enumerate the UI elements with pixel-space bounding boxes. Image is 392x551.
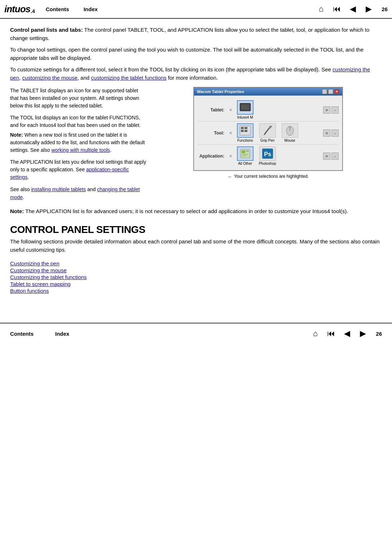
- see-also-label: See also: [10, 186, 31, 192]
- bottom-contents-link[interactable]: Contents: [10, 331, 34, 337]
- button-functions-link[interactable]: Button functions: [10, 288, 49, 294]
- app-right-side: > -: [323, 153, 339, 160]
- tool-grip-pen-box[interactable]: [259, 123, 276, 138]
- screenshot-titlebar: Wacom Tablet Properties _ □ ✕: [194, 88, 342, 96]
- tablet-right-side: > -: [323, 106, 339, 114]
- application-row: Application: <: [198, 145, 339, 167]
- nav-icons: ⌂ ⏮ ◀ ▶ 26: [314, 3, 388, 16]
- svg-rect-5: [241, 130, 244, 132]
- caption-arrow-icon: ←: [228, 174, 233, 180]
- tablet-list-text: The TABLET list displays an icon for any…: [10, 87, 147, 110]
- list-item: Tablet to screen mapping: [10, 281, 382, 287]
- tablet-row: Tablet: < Intuos4 M: [198, 98, 339, 122]
- caption-line: ← Your current selections are highlighte…: [228, 174, 309, 180]
- nav-links: Contents Index: [46, 6, 315, 12]
- app-list-end: .: [27, 174, 29, 180]
- note-label: Note:: [10, 132, 23, 138]
- tablet-screen-mapping-link[interactable]: Tablet to screen mapping: [10, 281, 71, 287]
- close-button[interactable]: ✕: [334, 89, 339, 94]
- note-block-label: Note:: [10, 208, 24, 214]
- app-right-arrow[interactable]: >: [323, 153, 330, 160]
- screenshot-caption: ← Your current selections are highlighte…: [228, 174, 309, 180]
- bottom-prev-page-button[interactable]: ◀: [340, 327, 353, 340]
- tool-right-arrow[interactable]: >: [323, 129, 330, 137]
- tablet-icon-label: Intuos4 M: [237, 115, 253, 119]
- para3-start: To customize settings for a different to…: [10, 66, 332, 72]
- app-minus-button[interactable]: -: [331, 153, 339, 160]
- logo-text: intuos: [4, 4, 30, 15]
- intro-section: Control panel lists and tabs: The contro…: [10, 26, 382, 82]
- control-panel-bold: Control panel lists and tabs:: [10, 27, 83, 33]
- bottom-index-link[interactable]: Index: [55, 331, 69, 337]
- bottom-nav-links: Contents Index: [10, 331, 69, 337]
- tablet-left-arrow[interactable]: <: [229, 107, 232, 113]
- first-page-button[interactable]: ⏮: [330, 3, 343, 16]
- app-photoshop-item: Ps Photoshop: [257, 146, 278, 166]
- bottom-next-page-button[interactable]: ▶: [356, 327, 369, 340]
- tablet-minus-button[interactable]: -: [331, 106, 339, 114]
- tablet-svg-icon: [239, 102, 252, 113]
- caption-text: Your current selections are highlighted.: [234, 174, 309, 179]
- tool-row: Tool: <: [198, 122, 339, 145]
- bottom-first-page-button[interactable]: ⏮: [325, 327, 338, 340]
- tool-list-text: The TOOL list displays an icon for the t…: [10, 114, 147, 129]
- grip-pen-label: Grip Pen: [260, 138, 274, 142]
- app-list-text: The APPLICATION list lets you define too…: [10, 158, 147, 181]
- list-item: Button functions: [10, 288, 382, 294]
- tablet-label: Tablet:: [198, 107, 226, 113]
- para2: To change tool settings, open the contro…: [10, 46, 382, 62]
- tablet-right-arrow[interactable]: >: [323, 106, 330, 114]
- app-icons: All Other Ps Photoshop: [235, 146, 278, 166]
- app-photoshop-box[interactable]: Ps: [259, 146, 276, 161]
- customizing-pen-section-link[interactable]: Customizing the pen: [10, 260, 60, 266]
- tool-list-block: The TOOL list displays an icon for the t…: [10, 114, 147, 154]
- svg-rect-3: [241, 127, 244, 129]
- tool-functions-item: Functions: [235, 123, 255, 142]
- photoshop-label: Photoshop: [259, 162, 276, 166]
- application-label: Application:: [198, 154, 226, 159]
- app-all-other-item: All Other: [235, 146, 255, 166]
- app-left-arrow[interactable]: <: [229, 153, 232, 159]
- main-content: Control panel lists and tabs: The contro…: [0, 19, 392, 308]
- customizing-mouse-section-link[interactable]: Customizing the mouse: [10, 267, 67, 273]
- list-item: Customizing the mouse: [10, 267, 382, 273]
- para3-mid2: , and: [78, 75, 91, 81]
- tool-grip-pen-item: Grip Pen: [257, 123, 278, 142]
- svg-rect-14: [242, 150, 245, 153]
- restore-button[interactable]: □: [328, 89, 333, 94]
- working-multiple-tools-link[interactable]: working with multiple tools: [51, 147, 110, 153]
- para3: To customize settings for a different to…: [10, 66, 382, 82]
- tool-left-arrow[interactable]: <: [229, 130, 232, 136]
- customizing-tablet-link[interactable]: customizing the tablet functions: [91, 75, 166, 81]
- svg-rect-16: [242, 154, 248, 155]
- para3-end: for more information.: [167, 75, 218, 81]
- bottom-home-button[interactable]: ⌂: [309, 327, 322, 340]
- minimize-button[interactable]: _: [322, 89, 327, 94]
- list-item: Customizing the pen: [10, 260, 382, 266]
- customizing-mouse-link[interactable]: customizing the mouse: [22, 75, 77, 81]
- tool-note: Note: When a new tool is first used on t…: [10, 131, 147, 154]
- tool-functions-box[interactable]: [237, 123, 254, 138]
- installing-tablets-link[interactable]: installing multiple tablets: [31, 186, 86, 192]
- svg-rect-17: [242, 155, 247, 156]
- tool-minus-button[interactable]: -: [331, 129, 339, 137]
- control-panel-section: CONTROL PANEL SETTINGS The following sec…: [10, 224, 382, 294]
- prev-page-button[interactable]: ◀: [346, 3, 359, 16]
- next-page-button[interactable]: ▶: [362, 3, 375, 16]
- application-list-block: The APPLICATION list lets you define too…: [10, 158, 147, 181]
- right-col: Wacom Tablet Properties _ □ ✕ Tablet: <: [154, 87, 382, 202]
- grip-pen-icon: [261, 124, 274, 137]
- tablet-icon-box[interactable]: [237, 100, 254, 115]
- functions-icon: [238, 124, 252, 137]
- index-link[interactable]: Index: [84, 6, 98, 12]
- tool-mouse-item: Mouse: [280, 123, 300, 142]
- app-all-other-box[interactable]: [237, 146, 254, 161]
- home-button[interactable]: ⌂: [314, 3, 327, 16]
- bottom-nav-icons: ⌂ ⏮ ◀ ▶ 26: [309, 327, 382, 340]
- section-intro: The following sections provide detailed …: [10, 238, 382, 254]
- svg-point-12: [289, 127, 291, 128]
- screenshot-body: Tablet: < Intuos4 M: [194, 96, 342, 170]
- contents-link[interactable]: Contents: [46, 6, 69, 12]
- tool-mouse-box[interactable]: [282, 123, 298, 138]
- customizing-tablet-section-link[interactable]: Customizing the tablet functions: [10, 274, 87, 280]
